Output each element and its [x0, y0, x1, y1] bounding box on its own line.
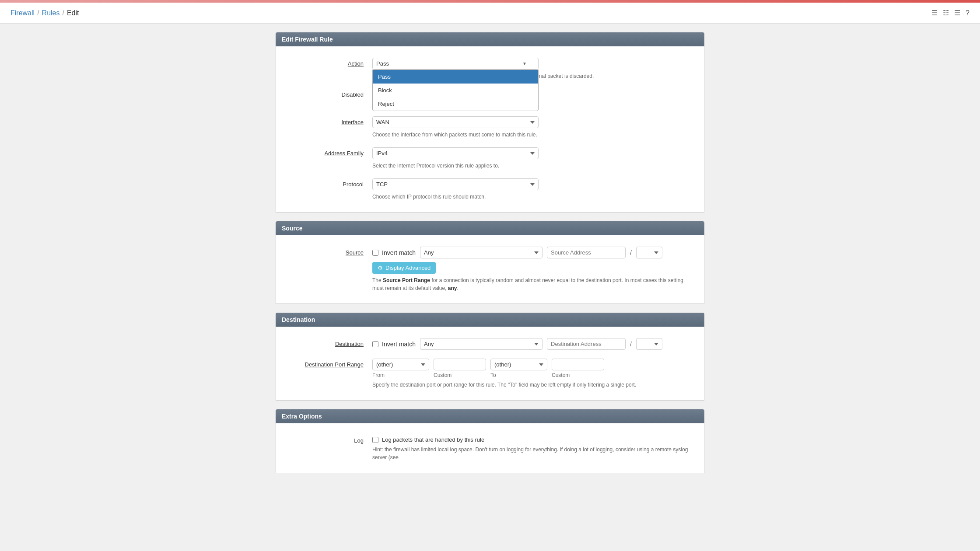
source-invert-checkbox[interactable] — [372, 250, 378, 256]
port-from-label: From — [372, 372, 429, 378]
edit-firewall-rule-body: Action Pass ▼ Pass Block Reject — [276, 46, 704, 213]
action-select-wrapper: Pass ▼ Pass Block Reject — [372, 58, 539, 70]
breadcrumb-sep-2: / — [62, 9, 64, 17]
action-option-reject[interactable]: Reject — [373, 97, 538, 111]
protocol-row: Protocol TCP UDP TCP/UDP ICMP Any Choose… — [276, 174, 704, 205]
port-range-inputs: (other) any HTTP HTTPS (other) any HTTP … — [372, 359, 695, 370]
main-content: Edit Firewall Rule Action Pass ▼ Pass — [276, 32, 704, 473]
action-selected-value: Pass — [376, 60, 389, 67]
destination-port-range-row: Destination Port Range (other) any HTTP … — [276, 354, 704, 393]
disabled-label: Disabled — [285, 89, 372, 98]
interface-select[interactable]: WAN LAN DMZ — [372, 116, 539, 128]
port-from-select[interactable]: (other) any HTTP HTTPS — [372, 359, 429, 370]
interface-control: WAN LAN DMZ Choose the interface from wh… — [372, 116, 695, 139]
table-icon[interactable]: ☰ — [954, 9, 960, 17]
chart-icon[interactable]: ☷ — [943, 9, 949, 17]
breadcrumb-rules[interactable]: Rules — [42, 9, 60, 17]
extra-options-body: Log Log packets that are handled by this… — [276, 423, 704, 473]
address-family-control: IPv4 IPv6 IPv4+IPv6 Select the Internet … — [372, 147, 695, 170]
destination-input-row: Invert match Any / 8 16 24 32 — [372, 338, 695, 350]
source-address-input[interactable] — [547, 247, 626, 258]
action-row: Action Pass ▼ Pass Block Reject — [276, 53, 704, 84]
source-invert-label: Invert match — [382, 249, 416, 256]
destination-port-help: Specify the destination port or port ran… — [372, 381, 695, 389]
source-cidr-select[interactable]: 8 16 24 32 — [636, 247, 662, 258]
edit-firewall-rule-header: Edit Firewall Rule — [276, 32, 704, 46]
port-labels: From Custom To Custom — [372, 372, 695, 378]
action-label: Action — [285, 58, 372, 67]
port-to-custom-label: Custom — [552, 372, 604, 378]
source-row: Source Invert match Any / — [276, 242, 704, 296]
action-control: Pass ▼ Pass Block Reject TCP RST or ICMP… — [372, 58, 695, 80]
list-icon[interactable]: ☰ — [931, 9, 938, 17]
port-from-custom-label: Custom — [434, 372, 486, 378]
extra-options-header: Extra Options — [276, 409, 704, 423]
destination-invert-row: Invert match — [372, 341, 416, 348]
breadcrumb-icons: ☰ ☷ ☰ ? — [931, 9, 970, 17]
address-family-row: Address Family IPv4 IPv6 IPv4+IPv6 Selec… — [276, 143, 704, 174]
port-from-custom-input[interactable] — [434, 359, 486, 370]
destination-type-select[interactable]: Any — [420, 338, 542, 350]
destination-row: Destination Invert match Any / — [276, 334, 704, 354]
help-icon[interactable]: ? — [966, 9, 970, 17]
action-select-display[interactable]: Pass ▼ — [372, 58, 539, 70]
destination-port-range-control: (other) any HTTP HTTPS (other) any HTTP … — [372, 359, 695, 389]
protocol-help: Choose which IP protocol this rule shoul… — [372, 193, 695, 201]
display-advanced-wrapper: ⚙ Display Advanced — [372, 258, 695, 274]
protocol-select[interactable]: TCP UDP TCP/UDP ICMP Any — [372, 178, 539, 190]
destination-control: Invert match Any / 8 16 24 32 — [372, 338, 695, 350]
log-help: Hint: the firewall has limited local log… — [372, 446, 695, 461]
log-checkbox-label: Log packets that are handled by this rul… — [382, 436, 484, 443]
protocol-label: Protocol — [285, 178, 372, 188]
destination-header: Destination — [276, 313, 704, 327]
destination-section: Destination Destination Invert match Any — [276, 313, 704, 401]
source-port-range-bold: Source Port Range — [383, 277, 430, 283]
address-family-help: Select the Internet Protocol version thi… — [372, 162, 695, 170]
destination-slash: / — [630, 341, 632, 348]
action-chevron: ▼ — [522, 61, 527, 66]
port-to-select[interactable]: (other) any HTTP HTTPS — [490, 359, 547, 370]
breadcrumb-firewall[interactable]: Firewall — [10, 9, 35, 17]
interface-label: Interface — [285, 116, 372, 126]
edit-firewall-rule-section: Edit Firewall Rule Action Pass ▼ Pass — [276, 32, 704, 213]
log-label: Log — [285, 435, 372, 444]
action-dropdown: Pass Block Reject — [372, 70, 539, 111]
log-checkbox-row: Log packets that are handled by this rul… — [372, 435, 695, 443]
log-checkbox[interactable] — [372, 437, 378, 443]
gear-icon: ⚙ — [378, 265, 383, 271]
breadcrumb: Firewall / Rules / Edit — [10, 9, 79, 17]
destination-label: Destination — [285, 338, 372, 347]
address-family-label: Address Family — [285, 147, 372, 157]
extra-options-section: Extra Options Log Log packets that are h… — [276, 409, 704, 473]
interface-help: Choose the interface from which packets … — [372, 131, 695, 139]
source-section: Source Source Invert match Any — [276, 221, 704, 304]
display-advanced-button[interactable]: ⚙ Display Advanced — [372, 262, 436, 274]
breadcrumb-sep-1: / — [37, 9, 39, 17]
interface-row: Interface WAN LAN DMZ Choose the interfa… — [276, 112, 704, 143]
source-invert-row: Invert match — [372, 249, 416, 256]
protocol-control: TCP UDP TCP/UDP ICMP Any Choose which IP… — [372, 178, 695, 201]
port-to-custom-input[interactable] — [552, 359, 604, 370]
source-type-select[interactable]: Any — [420, 247, 542, 258]
address-family-select[interactable]: IPv4 IPv6 IPv4+IPv6 — [372, 147, 539, 159]
action-option-pass[interactable]: Pass — [373, 70, 538, 84]
destination-invert-checkbox[interactable] — [372, 341, 378, 347]
source-input-row: Invert match Any / 8 16 24 32 — [372, 247, 695, 258]
source-header: Source — [276, 221, 704, 235]
destination-body: Destination Invert match Any / — [276, 327, 704, 401]
destination-address-input[interactable] — [547, 338, 626, 350]
port-to-label: To — [490, 372, 547, 378]
destination-cidr-select[interactable]: 8 16 24 32 — [636, 338, 662, 350]
breadcrumb-bar: Firewall / Rules / Edit ☰ ☷ ☰ ? — [0, 3, 980, 24]
source-help: The Source Port Range for a connection i… — [372, 276, 695, 292]
display-advanced-label: Display Advanced — [385, 265, 430, 271]
action-option-block[interactable]: Block — [373, 84, 538, 97]
source-control: Invert match Any / 8 16 24 32 — [372, 247, 695, 292]
source-slash: / — [630, 249, 632, 256]
breadcrumb-edit: Edit — [67, 9, 79, 17]
log-control: Log packets that are handled by this rul… — [372, 435, 695, 461]
destination-port-range-label: Destination Port Range — [285, 359, 372, 368]
source-body: Source Invert match Any / — [276, 235, 704, 304]
source-label: Source — [285, 247, 372, 256]
log-row: Log Log packets that are handled by this… — [276, 430, 704, 466]
